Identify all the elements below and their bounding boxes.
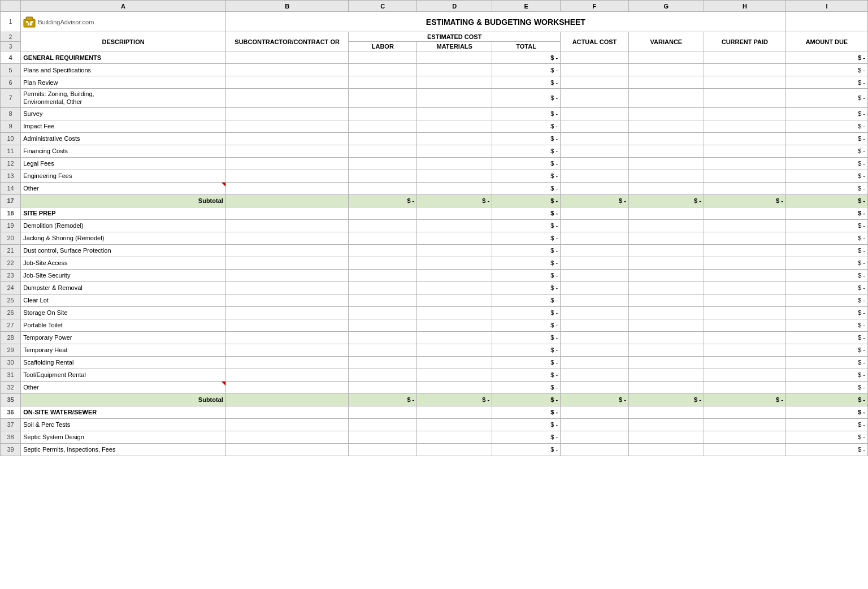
subcontract-cell[interactable]: [225, 51, 349, 64]
actual-cost-cell[interactable]: $ -: [561, 194, 629, 207]
subcontract-cell[interactable]: [225, 443, 349, 456]
labor-cell[interactable]: [349, 269, 417, 281]
materials-cell[interactable]: [417, 219, 492, 232]
variance-cell[interactable]: [628, 157, 704, 170]
description-cell[interactable]: Impact Fee: [21, 120, 226, 132]
actual-cost-cell[interactable]: [561, 219, 629, 232]
labor-cell[interactable]: [349, 244, 417, 257]
current-paid-cell[interactable]: [704, 294, 785, 306]
labor-cell[interactable]: [349, 431, 417, 443]
total-cell[interactable]: $ -: [492, 281, 561, 294]
total-cell[interactable]: $ -: [492, 145, 561, 157]
amount-due-cell[interactable]: $ -: [785, 64, 867, 76]
subcontract-cell[interactable]: [225, 207, 349, 219]
materials-cell[interactable]: [417, 344, 492, 356]
amount-due-cell[interactable]: $ -: [785, 381, 867, 393]
description-cell[interactable]: Engineering Fees: [21, 170, 226, 182]
current-paid-cell[interactable]: [704, 369, 785, 381]
current-paid-cell[interactable]: [704, 418, 785, 431]
labor-cell[interactable]: [349, 232, 417, 244]
labor-cell[interactable]: [349, 281, 417, 294]
total-cell[interactable]: $ -: [492, 369, 561, 381]
subcontract-cell[interactable]: [225, 344, 349, 356]
variance-cell[interactable]: $ -: [628, 194, 704, 207]
amount-due-cell[interactable]: $ -: [785, 244, 867, 257]
description-cell[interactable]: Plan Review: [21, 76, 226, 89]
variance-cell[interactable]: [628, 51, 704, 64]
subcontract-cell[interactable]: [225, 89, 349, 108]
subcontract-cell[interactable]: [225, 294, 349, 306]
total-cell[interactable]: $ -: [492, 64, 561, 76]
variance-cell[interactable]: [628, 431, 704, 443]
current-paid-cell[interactable]: [704, 269, 785, 281]
current-paid-cell[interactable]: [704, 207, 785, 219]
total-cell[interactable]: $ -: [492, 132, 561, 145]
description-cell[interactable]: Demolition (Remodel): [21, 219, 226, 232]
materials-cell[interactable]: [417, 257, 492, 269]
total-cell[interactable]: $ -: [492, 182, 561, 194]
total-cell[interactable]: $ -: [492, 232, 561, 244]
actual-cost-cell[interactable]: [561, 331, 629, 344]
actual-cost-cell[interactable]: [561, 369, 629, 381]
total-cell[interactable]: $ -: [492, 269, 561, 281]
actual-cost-cell[interactable]: [561, 356, 629, 369]
materials-cell[interactable]: [417, 443, 492, 456]
variance-cell[interactable]: [628, 319, 704, 331]
description-cell[interactable]: Jacking & Shoring (Remodel): [21, 232, 226, 244]
actual-cost-cell[interactable]: [561, 244, 629, 257]
subcontract-cell[interactable]: [225, 431, 349, 443]
materials-cell[interactable]: [417, 431, 492, 443]
materials-cell[interactable]: [417, 51, 492, 64]
amount-due-cell[interactable]: $ -: [785, 132, 867, 145]
description-cell[interactable]: Subtotal: [21, 194, 226, 207]
variance-cell[interactable]: [628, 170, 704, 182]
materials-cell[interactable]: [417, 356, 492, 369]
subcontract-cell[interactable]: [225, 170, 349, 182]
current-paid-cell[interactable]: [704, 132, 785, 145]
variance-cell[interactable]: [628, 219, 704, 232]
labor-cell[interactable]: [349, 319, 417, 331]
variance-cell[interactable]: [628, 331, 704, 344]
subcontract-cell[interactable]: [225, 107, 349, 120]
amount-due-cell[interactable]: $ -: [785, 107, 867, 120]
actual-cost-cell[interactable]: [561, 418, 629, 431]
actual-cost-cell[interactable]: [561, 306, 629, 319]
variance-cell[interactable]: [628, 76, 704, 89]
materials-cell[interactable]: [417, 132, 492, 145]
subcontract-cell[interactable]: [225, 232, 349, 244]
total-cell[interactable]: $ -: [492, 406, 561, 418]
amount-due-cell[interactable]: $ -: [785, 257, 867, 269]
description-cell[interactable]: Other: [21, 381, 226, 393]
current-paid-cell[interactable]: [704, 232, 785, 244]
actual-cost-cell[interactable]: [561, 170, 629, 182]
labor-cell[interactable]: [349, 406, 417, 418]
current-paid-cell[interactable]: [704, 182, 785, 194]
amount-due-cell[interactable]: $ -: [785, 431, 867, 443]
labor-cell[interactable]: [349, 219, 417, 232]
amount-due-cell[interactable]: $ -: [785, 120, 867, 132]
amount-due-cell[interactable]: $ -: [785, 369, 867, 381]
variance-cell[interactable]: [628, 64, 704, 76]
total-cell[interactable]: $ -: [492, 443, 561, 456]
materials-cell[interactable]: [417, 369, 492, 381]
subcontract-cell[interactable]: [225, 145, 349, 157]
amount-due-cell[interactable]: $ -: [785, 269, 867, 281]
current-paid-cell[interactable]: $ -: [704, 393, 785, 406]
current-paid-cell[interactable]: [704, 257, 785, 269]
labor-cell[interactable]: [349, 145, 417, 157]
description-cell[interactable]: GENERAL REQUIRMENTS: [21, 51, 226, 64]
description-cell[interactable]: Other: [21, 182, 226, 194]
materials-cell[interactable]: [417, 120, 492, 132]
subcontract-cell[interactable]: [225, 418, 349, 431]
materials-cell[interactable]: [417, 418, 492, 431]
actual-cost-cell[interactable]: [561, 132, 629, 145]
total-cell[interactable]: $ -: [492, 244, 561, 257]
current-paid-cell[interactable]: [704, 381, 785, 393]
amount-due-cell[interactable]: $ -: [785, 331, 867, 344]
materials-cell[interactable]: [417, 306, 492, 319]
total-cell[interactable]: $ -: [492, 89, 561, 108]
subcontract-cell[interactable]: [225, 219, 349, 232]
subcontract-cell[interactable]: [225, 331, 349, 344]
current-paid-cell[interactable]: [704, 431, 785, 443]
total-cell[interactable]: $ -: [492, 51, 561, 64]
